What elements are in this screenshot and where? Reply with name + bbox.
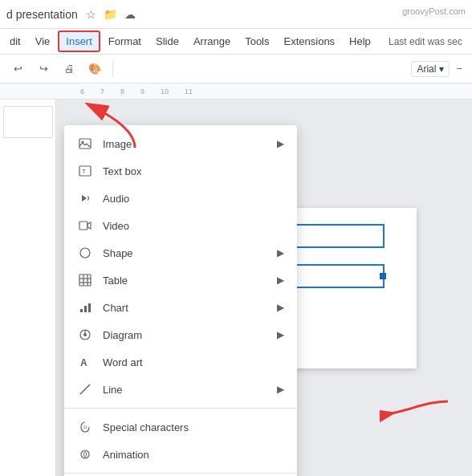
slide-thumbnail[interactable] xyxy=(3,106,53,138)
svg-rect-5 xyxy=(79,222,87,230)
menu-video[interactable]: Video xyxy=(64,212,297,239)
svg-point-17 xyxy=(83,333,87,336)
menu-diagram[interactable]: Diagram ▶ xyxy=(64,321,297,348)
menu-bar: dit Vie Insert Format Slide Arrange Tool… xyxy=(0,29,472,55)
menu-textbox[interactable]: T Text box xyxy=(64,157,297,185)
undo-button[interactable]: ↩ xyxy=(6,58,29,80)
menu-shape[interactable]: Shape ▶ xyxy=(64,239,297,266)
folder-icon[interactable]: 📁 xyxy=(104,7,118,22)
menu-wordart[interactable]: A Word art xyxy=(64,348,297,376)
wordart-icon: A xyxy=(77,354,93,370)
audio-label: Audio xyxy=(103,193,284,205)
table-arrow: ▶ xyxy=(277,275,284,286)
menu-audio[interactable]: Audio xyxy=(64,185,297,212)
shape-arrow: ▶ xyxy=(277,247,284,258)
arrow-insert xyxy=(71,96,143,154)
svg-rect-14 xyxy=(84,306,87,312)
menu-special-chars[interactable]: Ω Special characters xyxy=(64,413,297,441)
menu-line[interactable]: Line ▶ xyxy=(64,376,297,403)
redo-button[interactable]: ↪ xyxy=(32,58,55,80)
svg-rect-13 xyxy=(80,309,83,312)
title-icons: ☆ 📁 ☁ xyxy=(84,7,137,22)
menu-item-format[interactable]: Format xyxy=(102,32,148,51)
svg-text:Ω: Ω xyxy=(83,425,87,429)
line-icon xyxy=(77,381,93,397)
print-button[interactable]: 🖨 xyxy=(58,58,80,80)
line-arrow: ▶ xyxy=(277,384,284,395)
animation-icon xyxy=(77,446,93,462)
textbox-icon: T xyxy=(77,163,93,179)
table-icon xyxy=(77,272,93,288)
line-label: Line xyxy=(103,384,277,396)
main-area: ox Image ▶ T Text box xyxy=(0,100,472,476)
presentation-title: d presentation xyxy=(6,8,78,21)
svg-rect-15 xyxy=(88,303,91,312)
textbox-label: Text box xyxy=(103,165,284,177)
cloud-icon[interactable]: ☁ xyxy=(123,7,137,22)
last-edit-text: Last edit was sec xyxy=(389,36,462,47)
menu-item-slide[interactable]: Slide xyxy=(149,32,185,51)
slides-panel xyxy=(0,100,56,476)
wordart-label: Word art xyxy=(103,356,284,368)
insert-dropdown-menu: Image ▶ T Text box Audio Video Shap xyxy=(64,125,297,476)
special-chars-label: Special characters xyxy=(103,421,284,433)
paint-format-button[interactable]: 🎨 xyxy=(83,58,106,80)
chart-icon xyxy=(77,299,93,315)
svg-marker-4 xyxy=(82,195,87,201)
title-bar: d presentation ☆ 📁 ☁ groovyPost.com xyxy=(0,0,472,29)
svg-point-7 xyxy=(80,248,90,258)
diagram-arrow: ▶ xyxy=(277,329,284,340)
animation-label: Animation xyxy=(103,449,284,461)
diagram-label: Diagram xyxy=(103,329,277,341)
svg-rect-8 xyxy=(79,275,91,286)
svg-text:A: A xyxy=(80,357,87,368)
font-selector[interactable]: Arial ▾ xyxy=(411,61,450,77)
menu-animation[interactable]: Animation xyxy=(64,441,297,468)
menu-item-extensions[interactable]: Extensions xyxy=(278,32,342,51)
font-minus: − xyxy=(456,63,462,75)
divider-1 xyxy=(64,408,297,409)
menu-item-tools[interactable]: Tools xyxy=(238,32,275,51)
menu-item-arrange[interactable]: Arrange xyxy=(187,32,237,51)
diagram-icon xyxy=(77,327,93,343)
toolbar-divider xyxy=(112,61,113,77)
chevron-down-icon: ▾ xyxy=(439,63,444,75)
svg-text:T: T xyxy=(82,168,86,175)
menu-item-view[interactable]: Vie xyxy=(29,32,57,51)
chart-arrow: ▶ xyxy=(277,302,284,313)
shape-label: Shape xyxy=(103,247,277,259)
special-chars-icon: Ω xyxy=(77,419,93,435)
divider-2 xyxy=(64,473,297,474)
menu-item-help[interactable]: Help xyxy=(343,32,377,51)
menu-chart[interactable]: Chart ▶ xyxy=(64,294,297,321)
svg-line-20 xyxy=(80,384,90,394)
video-icon xyxy=(77,218,93,234)
video-label: Video xyxy=(103,220,284,232)
star-icon[interactable]: ☆ xyxy=(84,7,99,22)
menu-item-edit[interactable]: dit xyxy=(3,32,27,51)
svg-marker-6 xyxy=(87,222,91,229)
table-label: Table xyxy=(103,275,277,287)
shape-icon xyxy=(77,245,93,261)
menu-table[interactable]: Table ▶ xyxy=(64,266,297,294)
watermark: groovyPost.com xyxy=(402,6,466,16)
menu-item-insert[interactable]: Insert xyxy=(58,31,100,52)
arrow-comment xyxy=(380,373,460,432)
image-arrow: ▶ xyxy=(277,138,284,149)
chart-label: Chart xyxy=(103,302,277,314)
audio-icon xyxy=(77,190,93,206)
font-name: Arial xyxy=(417,63,436,75)
toolbar: ↩ ↪ 🖨 🎨 Arial ▾ − xyxy=(0,55,472,83)
